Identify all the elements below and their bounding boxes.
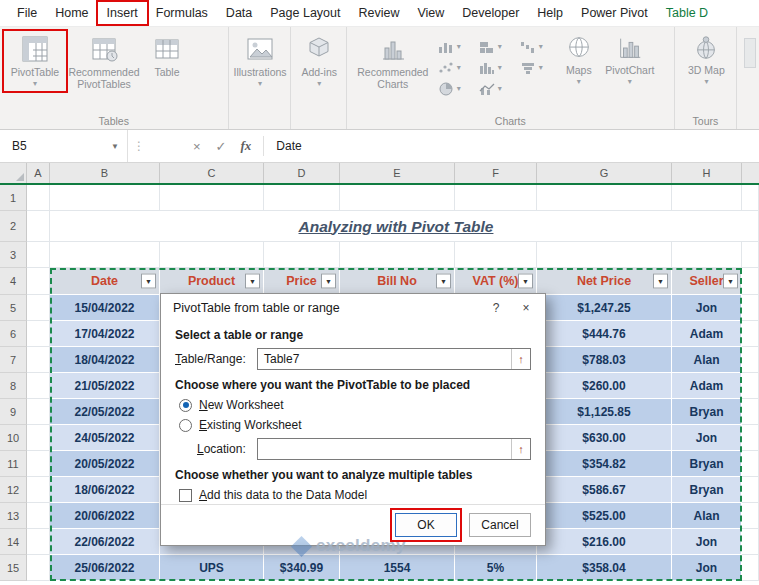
empty-cell[interactable] <box>537 211 672 242</box>
name-box[interactable]: B5 ▼ <box>0 130 128 162</box>
empty-cell[interactable] <box>27 242 50 268</box>
cell-H5[interactable]: Jon <box>672 295 742 321</box>
cell-G10[interactable]: $630.00 <box>537 425 672 451</box>
empty-cell[interactable] <box>742 373 759 399</box>
cell-G14[interactable]: $216.00 <box>537 529 672 555</box>
dialog-close-button[interactable]: × <box>511 297 541 319</box>
ok-button[interactable]: OK <box>395 513 457 537</box>
chevron-down-icon[interactable]: ▼ <box>111 142 119 151</box>
empty-cell[interactable] <box>160 185 264 211</box>
table-range-input[interactable]: Table7 ↑ <box>257 348 531 370</box>
maps-button[interactable]: Maps ▾ <box>557 32 601 88</box>
row-header-14[interactable]: 14 <box>0 529 27 555</box>
location-input[interactable]: ↑ <box>257 438 531 460</box>
checkbox-data-model[interactable]: Add this data to the Data Model <box>179 488 531 502</box>
cell-B7[interactable]: 18/04/2022 <box>50 347 160 373</box>
cell-B14[interactable]: 22/06/2022 <box>50 529 160 555</box>
cell-G9[interactable]: $1,125.85 <box>537 399 672 425</box>
cell-E15[interactable]: 1554 <box>340 555 455 581</box>
menu-tab-home[interactable]: Home <box>46 2 97 24</box>
menu-tab-insert[interactable]: Insert <box>98 2 147 24</box>
recommended-pivottables-button[interactable]: Recommended PivotTables <box>65 32 143 92</box>
empty-cell[interactable] <box>27 268 50 295</box>
cell-B15[interactable]: 25/06/2022 <box>50 555 160 581</box>
menu-tab-developer[interactable]: Developer <box>453 2 528 24</box>
table-header-product[interactable]: Product▼ <box>160 268 264 295</box>
cell-G13[interactable]: $525.00 <box>537 503 672 529</box>
empty-cell[interactable] <box>742 425 759 451</box>
hierarchy-chart-button[interactable]: ▾ <box>475 40 516 54</box>
row-header-3[interactable]: 3 <box>0 242 27 268</box>
filter-button-price[interactable]: ▼ <box>321 274 336 289</box>
empty-cell[interactable] <box>340 185 455 211</box>
cell-B10[interactable]: 24/05/2022 <box>50 425 160 451</box>
menu-tab-view[interactable]: View <box>408 2 453 24</box>
row-header-9[interactable]: 9 <box>0 399 27 425</box>
empty-cell[interactable] <box>672 211 742 242</box>
column-header-E[interactable]: E <box>340 163 455 183</box>
cell-H7[interactable]: Alan <box>672 347 742 373</box>
empty-cell[interactable] <box>50 211 160 242</box>
column-chart-button[interactable]: ▾ <box>434 40 475 54</box>
empty-cell[interactable] <box>27 451 50 477</box>
empty-cell[interactable] <box>742 399 759 425</box>
menu-tab-data[interactable]: Data <box>217 2 261 24</box>
cell-F15[interactable]: 5% <box>455 555 537 581</box>
filter-button-seller[interactable]: ▼ <box>723 274 738 289</box>
empty-cell[interactable] <box>50 242 160 268</box>
combo-chart-button[interactable]: ▾ <box>475 82 516 96</box>
cell-C15[interactable]: UPS <box>160 555 264 581</box>
empty-cell[interactable] <box>27 477 50 503</box>
empty-cell[interactable] <box>742 242 759 268</box>
empty-cell[interactable] <box>742 555 759 581</box>
cell-H10[interactable]: Jon <box>672 425 742 451</box>
column-header-A[interactable]: A <box>27 163 50 183</box>
empty-cell[interactable] <box>455 185 537 211</box>
cell-D15[interactable]: $340.99 <box>264 555 340 581</box>
row-header-15[interactable]: 15 <box>0 555 27 581</box>
cell-H8[interactable]: Adam <box>672 373 742 399</box>
table-header-vat[interactable]: VAT (%)▼ <box>455 268 537 295</box>
range-picker-icon[interactable]: ↑ <box>511 439 530 459</box>
empty-cell[interactable] <box>742 185 759 211</box>
insert-function-icon[interactable]: fx <box>241 138 252 154</box>
menu-tab-review[interactable]: Review <box>349 2 408 24</box>
row-header-6[interactable]: 6 <box>0 321 27 347</box>
cell-B8[interactable]: 21/05/2022 <box>50 373 160 399</box>
cancel-button[interactable]: Cancel <box>469 513 531 537</box>
menu-tab-power-pivot[interactable]: Power Pivot <box>572 2 657 24</box>
cell-H11[interactable]: Bryan <box>672 451 742 477</box>
column-header-H[interactable]: H <box>672 163 742 183</box>
row-header-13[interactable]: 13 <box>0 503 27 529</box>
empty-cell[interactable] <box>27 373 50 399</box>
row-header-5[interactable]: 5 <box>0 295 27 321</box>
cell-H13[interactable]: Alan <box>672 503 742 529</box>
filter-button-date[interactable]: ▼ <box>141 274 156 289</box>
radio-new-worksheet[interactable]: New Worksheet <box>179 398 531 412</box>
empty-cell[interactable] <box>537 185 672 211</box>
menu-tab-page-layout[interactable]: Page Layout <box>261 2 349 24</box>
empty-cell[interactable] <box>27 529 50 555</box>
cell-G8[interactable]: $260.00 <box>537 373 672 399</box>
cell-B6[interactable]: 17/04/2022 <box>50 321 160 347</box>
formula-cancel-icon[interactable]: × <box>193 139 201 154</box>
row-header-2[interactable]: 2 <box>0 211 27 242</box>
column-header-D[interactable]: D <box>264 163 340 183</box>
empty-cell[interactable] <box>672 242 742 268</box>
menu-tab-table-d[interactable]: Table D <box>657 2 717 24</box>
cell-G7[interactable]: $788.03 <box>537 347 672 373</box>
filter-button-vat[interactable]: ▼ <box>518 274 533 289</box>
pivottable-button[interactable]: PivotTable ▾ <box>5 32 65 90</box>
recommended-charts-button[interactable]: Recommended Charts <box>352 32 434 92</box>
cell-G5[interactable]: $1,247.25 <box>537 295 672 321</box>
row-header-1[interactable]: 1 <box>0 185 27 211</box>
illustrations-button[interactable]: Illustrations ▾ <box>231 32 290 90</box>
cell-G12[interactable]: $586.67 <box>537 477 672 503</box>
empty-cell[interactable] <box>27 555 50 581</box>
row-header-7[interactable]: 7 <box>0 347 27 373</box>
empty-cell[interactable] <box>742 295 759 321</box>
map3d-button[interactable]: 3D Map ▾ <box>685 32 728 88</box>
cell-B5[interactable]: 15/04/2022 <box>50 295 160 321</box>
cell-G11[interactable]: $354.82 <box>537 451 672 477</box>
empty-cell[interactable] <box>50 185 160 211</box>
